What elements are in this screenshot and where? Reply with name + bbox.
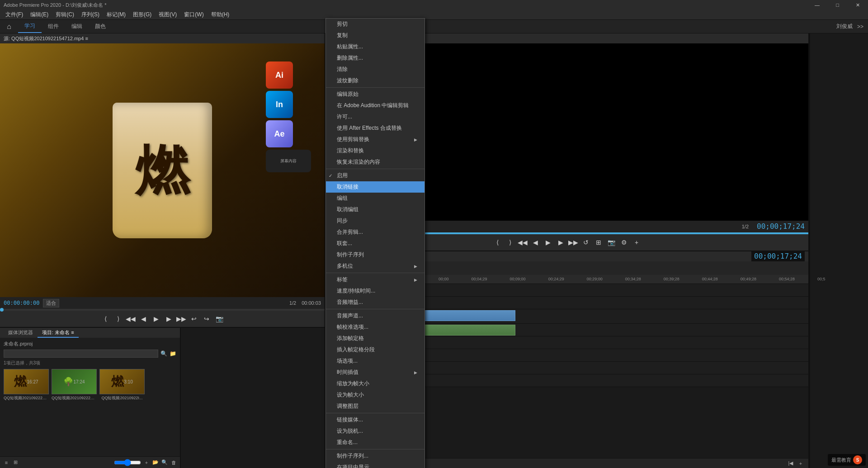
ctx-delete-attrs[interactable]: 删除属性... <box>326 52 425 64</box>
list-view-button[interactable]: ≡ <box>3 459 10 466</box>
minimize-button[interactable]: — <box>807 0 827 10</box>
step-back-button[interactable]: ◀◀ <box>126 314 136 324</box>
ctx-nest[interactable]: 联套... <box>326 238 425 249</box>
ctx-replace-ae[interactable]: 使用 After Effects 合成替换 <box>326 123 425 134</box>
prog-safe-margin[interactable]: ⊞ <box>594 237 604 247</box>
track-v2-area[interactable] <box>380 297 808 309</box>
search-project-button[interactable]: 🔍 <box>161 459 168 466</box>
ctx-sync[interactable]: 同步 <box>326 215 425 227</box>
ctx-make-offline[interactable]: 设为脱机... <box>326 425 425 437</box>
ctx-rename[interactable]: 重命名... <box>326 437 425 448</box>
insert-button[interactable]: ↩ <box>189 314 199 324</box>
prog-export-frame[interactable]: 📷 <box>606 237 616 247</box>
track-v1-area[interactable]: QQ视频 <box>380 309 808 323</box>
home-button[interactable]: ⌂ <box>0 20 18 33</box>
ctx-field-options[interactable]: 场选项... <box>326 355 425 367</box>
ctx-add-freeze[interactable]: 添加帧定格 <box>326 333 425 344</box>
more-workspaces[interactable]: >> <box>857 24 863 30</box>
tab-assembly[interactable]: 组件 <box>42 20 65 33</box>
ctx-set-to-frame[interactable]: 设为帧大小 <box>326 389 425 401</box>
prog-settings[interactable]: ⚙ <box>619 237 629 247</box>
media-item-1[interactable]: 燃 16:27 QQ短视频20210922215... <box>4 369 49 401</box>
ctx-make-subseq[interactable]: 制作子序列 <box>326 249 425 260</box>
menu-window[interactable]: 窗口(W) <box>180 10 207 19</box>
tab-learn[interactable]: 学习 <box>18 20 42 33</box>
menu-clip[interactable]: 剪辑(C) <box>52 10 78 19</box>
maximize-button[interactable]: □ <box>827 0 848 10</box>
ctx-make-subseq2[interactable]: 制作子序列... <box>326 450 425 462</box>
prog-step-back[interactable]: ◀◀ <box>518 237 528 247</box>
tab-media-browser[interactable]: 媒体浏览器 <box>4 328 38 338</box>
media-item-3[interactable]: 燃 3:10 QQ短视频20210922I... <box>99 369 145 401</box>
menu-sequence[interactable]: 序列(S) <box>78 10 103 19</box>
source-timecode[interactable]: 00:00:00:00 <box>4 300 39 306</box>
ctx-show-in-project[interactable]: 在项目中显示 <box>326 462 425 468</box>
track-v3-area[interactable] <box>380 284 808 296</box>
search-input[interactable] <box>4 350 158 358</box>
new-bin-button[interactable]: 📂 <box>152 459 159 466</box>
tl-btn-zoom-in[interactable]: + <box>797 459 805 468</box>
ctx-insert-freeze[interactable]: 插入帧定格分段 <box>326 344 425 355</box>
ctx-render-replace[interactable]: 渲染和替换 <box>326 145 425 156</box>
ctx-audio-channel[interactable]: 音频声道... <box>326 310 425 321</box>
search-icon[interactable]: 🔍 <box>160 350 167 357</box>
tab-edit[interactable]: 编辑 <box>65 20 89 33</box>
ctx-link-media[interactable]: 链接媒体... <box>326 414 425 425</box>
menu-file[interactable]: 文件(F) <box>2 10 27 19</box>
ctx-cut[interactable]: 剪切 <box>326 19 425 30</box>
ctx-copy[interactable]: 复制 <box>326 30 425 41</box>
ctx-paste-attrs[interactable]: 粘贴属性... <box>326 41 425 52</box>
delete-button[interactable]: 🗑 <box>170 459 177 466</box>
tl-btn-goto-start[interactable]: |◀ <box>787 459 795 468</box>
frame-forward-button[interactable]: ▶ <box>164 314 174 324</box>
overwrite-button[interactable]: ↪ <box>202 314 212 324</box>
timeline-timecode[interactable]: 00;00;17;24 <box>751 251 805 261</box>
media-item-2[interactable]: 🌳 17:24 QQ短视频20210922215... <box>52 369 97 401</box>
track-master-area[interactable] <box>380 374 808 387</box>
ctx-multicam[interactable]: 多机位 <box>326 260 425 272</box>
tab-color[interactable]: 颜色 <box>89 20 112 33</box>
new-item-button[interactable]: + <box>143 459 150 466</box>
play-button[interactable]: ▶ <box>151 314 161 324</box>
menu-view[interactable]: 视图(V) <box>155 10 180 19</box>
ctx-license[interactable]: 许可... <box>326 111 425 123</box>
ctx-group[interactable]: 编组 <box>326 193 425 204</box>
ctx-enable[interactable]: ✓ 启用 <box>326 170 425 181</box>
export-frame-button[interactable]: 📷 <box>214 314 224 324</box>
ctx-clear[interactable]: 清除 <box>326 64 425 75</box>
track-a4-area[interactable] <box>380 362 808 374</box>
menu-help[interactable]: 帮助(H) <box>208 10 233 19</box>
ctx-time-interp[interactable]: 时间插值 <box>326 367 425 378</box>
ctx-adjustment[interactable]: 调整图层 <box>326 401 425 412</box>
ctx-ripple-delete[interactable]: 波纹删除 <box>326 75 425 86</box>
ctx-edit-original[interactable]: 编辑原始 <box>326 89 425 100</box>
frame-back-button[interactable]: ◀ <box>138 314 148 324</box>
close-button[interactable]: ✕ <box>848 0 868 10</box>
menu-marker[interactable]: 标记(M) <box>103 10 129 19</box>
prog-mark-out[interactable]: ⟩ <box>505 237 515 247</box>
ctx-replace-clip[interactable]: 使用剪辑替换 <box>326 134 425 145</box>
ctx-unlink[interactable]: 取消链接 <box>326 181 425 193</box>
ctx-edit-audition[interactable]: 在 Adobe Audition 中编辑剪辑 <box>326 100 425 111</box>
ctx-restore-unrendered[interactable]: 恢复未渲染的内容 <box>326 156 425 168</box>
menu-edit[interactable]: 编辑(E) <box>27 10 52 19</box>
tab-project[interactable]: 项目: 未命名 ≡ <box>38 328 79 338</box>
grid-view-button[interactable]: ⊞ <box>12 459 19 466</box>
track-a2-area[interactable] <box>380 336 808 349</box>
prog-mark-in[interactable]: ⟨ <box>492 237 502 247</box>
zoom-slider[interactable] <box>114 459 141 466</box>
step-forward-button[interactable]: ▶▶ <box>176 314 186 324</box>
source-fit-select[interactable]: 适合 <box>43 299 59 307</box>
new-bin-icon[interactable]: 📁 <box>169 350 176 357</box>
ctx-ungroup[interactable]: 取消编组 <box>326 204 425 215</box>
prog-add[interactable]: + <box>632 237 642 247</box>
prog-frame-back[interactable]: ◀ <box>530 237 540 247</box>
mark-in-button[interactable]: ⟨ <box>100 314 110 324</box>
ctx-merge-clips[interactable]: 合并剪辑... <box>326 227 425 238</box>
prog-play[interactable]: ▶ <box>543 237 553 247</box>
prog-frame-fwd[interactable]: ▶ <box>556 237 566 247</box>
source-progress-bar[interactable] <box>0 309 325 311</box>
track-a1-area[interactable] <box>380 324 808 336</box>
menu-graphic[interactable]: 图形(G) <box>129 10 155 19</box>
ctx-scale-to-frame[interactable]: 缩放为帧大小 <box>326 378 425 389</box>
